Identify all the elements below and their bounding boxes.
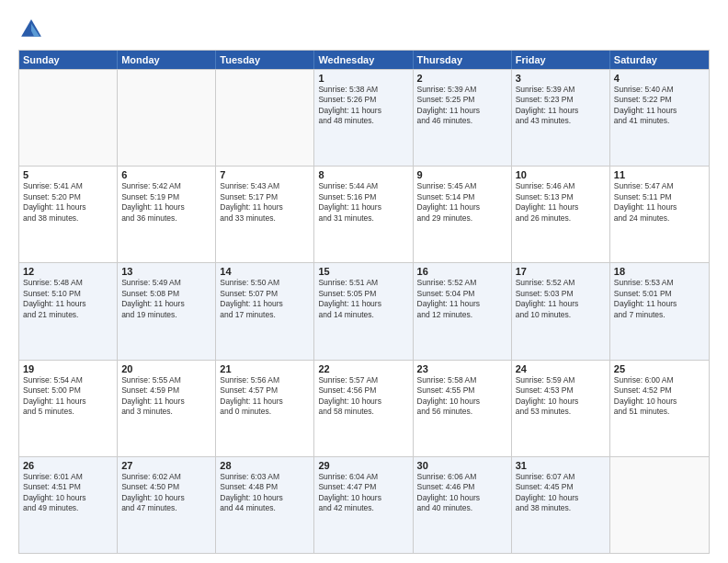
day-info: Sunrise: 5:47 AM Sunset: 5:11 PM Dayligh… [614,181,705,224]
day-number: 30 [417,460,507,471]
day-number: 17 [516,266,606,277]
day-number: 31 [516,460,606,471]
day-info: Sunrise: 5:59 AM Sunset: 4:53 PM Dayligh… [516,375,606,418]
day-info: Sunrise: 5:48 AM Sunset: 5:10 PM Dayligh… [23,278,113,320]
day-cell-15: 15Sunrise: 5:51 AM Sunset: 5:05 PM Dayli… [314,263,413,359]
day-cell-5: 5Sunrise: 5:41 AM Sunset: 5:20 PM Daylig… [19,167,118,262]
day-number: 18 [614,266,705,277]
day-cell-7: 7Sunrise: 5:43 AM Sunset: 5:17 PM Daylig… [216,167,314,262]
day-cell-22: 22Sunrise: 5:57 AM Sunset: 4:56 PM Dayli… [314,361,413,456]
day-number: 24 [516,363,606,374]
page: SundayMondayTuesdayWednesdayThursdayFrid… [0,0,728,563]
day-number: 6 [121,169,211,180]
day-info: Sunrise: 5:44 AM Sunset: 5:16 PM Dayligh… [318,181,408,224]
day-info: Sunrise: 5:39 AM Sunset: 5:23 PM Dayligh… [516,85,606,127]
day-cell-29: 29Sunrise: 6:04 AM Sunset: 4:47 PM Dayli… [314,457,413,553]
day-info: Sunrise: 5:40 AM Sunset: 5:22 PM Dayligh… [614,85,705,127]
calendar-header: SundayMondayTuesdayWednesdayThursdayFrid… [19,51,709,69]
calendar-week-2: 5Sunrise: 5:41 AM Sunset: 5:20 PM Daylig… [19,166,709,262]
day-number: 5 [23,169,113,180]
calendar-week-4: 19Sunrise: 5:54 AM Sunset: 5:00 PM Dayli… [19,360,709,456]
day-number: 16 [417,266,507,277]
day-number: 27 [121,460,211,471]
day-number: 9 [417,169,507,180]
day-info: Sunrise: 5:54 AM Sunset: 5:00 PM Dayligh… [23,375,113,418]
day-number: 1 [318,73,408,84]
day-cell-14: 14Sunrise: 5:50 AM Sunset: 5:07 PM Dayli… [216,263,314,359]
logo [18,17,48,42]
day-number: 2 [417,73,507,84]
day-number: 22 [318,363,408,374]
day-info: Sunrise: 5:55 AM Sunset: 4:59 PM Dayligh… [121,375,211,418]
header [18,17,710,42]
day-info: Sunrise: 6:04 AM Sunset: 4:47 PM Dayligh… [318,472,408,514]
calendar-week-1: 1Sunrise: 5:38 AM Sunset: 5:26 PM Daylig… [19,69,709,166]
day-number: 19 [23,363,113,374]
day-cell-21: 21Sunrise: 5:56 AM Sunset: 4:57 PM Dayli… [216,361,314,456]
day-info: Sunrise: 5:46 AM Sunset: 5:13 PM Dayligh… [516,181,606,224]
day-cell-24: 24Sunrise: 5:59 AM Sunset: 4:53 PM Dayli… [512,361,610,456]
day-number: 4 [614,73,705,84]
day-info: Sunrise: 5:42 AM Sunset: 5:19 PM Dayligh… [121,181,211,224]
day-number: 28 [220,460,310,471]
day-cell-10: 10Sunrise: 5:46 AM Sunset: 5:13 PM Dayli… [512,167,610,262]
day-info: Sunrise: 5:45 AM Sunset: 5:14 PM Dayligh… [417,181,507,224]
logo-icon [18,17,44,42]
day-cell-1: 1Sunrise: 5:38 AM Sunset: 5:26 PM Daylig… [314,70,413,166]
day-cell-6: 6Sunrise: 5:42 AM Sunset: 5:19 PM Daylig… [118,167,216,262]
day-number: 15 [318,266,408,277]
day-cell-23: 23Sunrise: 5:58 AM Sunset: 4:55 PM Dayli… [414,361,512,456]
empty-cell [216,70,314,166]
empty-cell [610,457,709,553]
day-cell-19: 19Sunrise: 5:54 AM Sunset: 5:00 PM Dayli… [19,361,118,456]
day-number: 12 [23,266,113,277]
day-number: 21 [220,363,310,374]
weekday-header-thursday: Thursday [414,51,512,69]
day-cell-12: 12Sunrise: 5:48 AM Sunset: 5:10 PM Dayli… [19,263,118,359]
day-cell-26: 26Sunrise: 6:01 AM Sunset: 4:51 PM Dayli… [19,457,118,553]
day-info: Sunrise: 6:01 AM Sunset: 4:51 PM Dayligh… [23,472,113,514]
weekday-header-saturday: Saturday [610,51,709,69]
day-info: Sunrise: 5:51 AM Sunset: 5:05 PM Dayligh… [318,278,408,320]
weekday-header-wednesday: Wednesday [314,51,413,69]
day-info: Sunrise: 5:53 AM Sunset: 5:01 PM Dayligh… [614,278,705,320]
day-info: Sunrise: 5:41 AM Sunset: 5:20 PM Dayligh… [23,181,113,224]
day-cell-11: 11Sunrise: 5:47 AM Sunset: 5:11 PM Dayli… [610,167,709,262]
day-cell-17: 17Sunrise: 5:52 AM Sunset: 5:03 PM Dayli… [512,263,610,359]
day-info: Sunrise: 5:52 AM Sunset: 5:04 PM Dayligh… [417,278,507,320]
weekday-header-friday: Friday [512,51,610,69]
day-number: 25 [614,363,705,374]
day-cell-28: 28Sunrise: 6:03 AM Sunset: 4:48 PM Dayli… [216,457,314,553]
day-cell-20: 20Sunrise: 5:55 AM Sunset: 4:59 PM Dayli… [118,361,216,456]
calendar-week-3: 12Sunrise: 5:48 AM Sunset: 5:10 PM Dayli… [19,262,709,359]
day-info: Sunrise: 5:56 AM Sunset: 4:57 PM Dayligh… [220,375,310,418]
day-number: 8 [318,169,408,180]
day-cell-30: 30Sunrise: 6:06 AM Sunset: 4:46 PM Dayli… [414,457,512,553]
day-info: Sunrise: 5:43 AM Sunset: 5:17 PM Dayligh… [220,181,310,224]
day-info: Sunrise: 6:00 AM Sunset: 4:52 PM Dayligh… [614,375,705,418]
day-info: Sunrise: 5:57 AM Sunset: 4:56 PM Dayligh… [318,375,408,418]
day-info: Sunrise: 6:07 AM Sunset: 4:45 PM Dayligh… [516,472,606,514]
day-cell-18: 18Sunrise: 5:53 AM Sunset: 5:01 PM Dayli… [610,263,709,359]
day-cell-16: 16Sunrise: 5:52 AM Sunset: 5:04 PM Dayli… [414,263,512,359]
day-info: Sunrise: 6:03 AM Sunset: 4:48 PM Dayligh… [220,472,310,514]
day-number: 3 [516,73,606,84]
day-number: 13 [121,266,211,277]
day-cell-3: 3Sunrise: 5:39 AM Sunset: 5:23 PM Daylig… [512,70,610,166]
empty-cell [19,70,118,166]
day-cell-13: 13Sunrise: 5:49 AM Sunset: 5:08 PM Dayli… [118,263,216,359]
day-number: 7 [220,169,310,180]
empty-cell [118,70,216,166]
day-cell-4: 4Sunrise: 5:40 AM Sunset: 5:22 PM Daylig… [610,70,709,166]
day-number: 14 [220,266,310,277]
weekday-header-monday: Monday [118,51,216,69]
day-number: 20 [121,363,211,374]
day-info: Sunrise: 6:06 AM Sunset: 4:46 PM Dayligh… [417,472,507,514]
day-cell-31: 31Sunrise: 6:07 AM Sunset: 4:45 PM Dayli… [512,457,610,553]
calendar: SundayMondayTuesdayWednesdayThursdayFrid… [18,50,710,554]
day-info: Sunrise: 5:58 AM Sunset: 4:55 PM Dayligh… [417,375,507,418]
calendar-body: 1Sunrise: 5:38 AM Sunset: 5:26 PM Daylig… [19,69,709,553]
day-number: 11 [614,169,705,180]
day-info: Sunrise: 5:50 AM Sunset: 5:07 PM Dayligh… [220,278,310,320]
day-number: 26 [23,460,113,471]
